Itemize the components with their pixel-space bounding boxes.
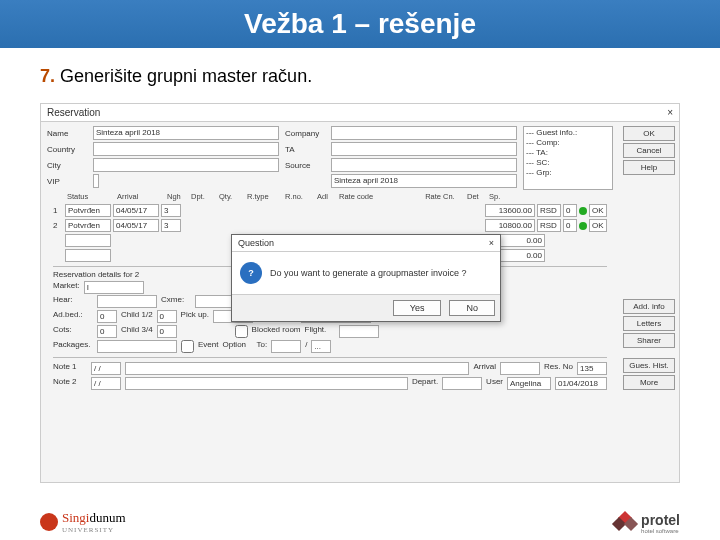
- label-source: Source: [285, 161, 327, 170]
- ok-button[interactable]: OK: [623, 126, 675, 141]
- window-title: Reservation: [47, 107, 100, 118]
- source2-field[interactable]: Sinteza april 2018: [331, 174, 517, 188]
- country-field[interactable]: [93, 142, 279, 156]
- table-row[interactable]: 2 Potvrđen 04/05/17 3 10800.00 RSD 0 OK: [47, 218, 613, 233]
- status-dot-icon: [579, 207, 587, 215]
- right-button-panel: OK Cancel Help Add. info Letters Sharer …: [619, 122, 679, 395]
- no-button[interactable]: No: [449, 300, 495, 316]
- dialog-close-icon[interactable]: ×: [489, 238, 494, 248]
- window-titlebar: Reservation ×: [41, 104, 679, 122]
- label-name: Name: [47, 129, 89, 138]
- market-field[interactable]: I: [84, 281, 144, 294]
- sharer-button[interactable]: Sharer: [623, 333, 675, 348]
- guest-info-box: --- Guest info.: --- Comp: --- TA: --- S…: [523, 126, 613, 190]
- blocked-checkbox[interactable]: [235, 325, 248, 338]
- dialog-text: Do you want to generate a groupmaster in…: [270, 268, 467, 278]
- close-icon[interactable]: ×: [667, 107, 673, 118]
- slide-footer: Singidunum UNIVERSITY protel hotel softw…: [40, 510, 680, 534]
- more-button[interactable]: More: [623, 375, 675, 390]
- label-city: City: [47, 161, 89, 170]
- ta-field[interactable]: [331, 142, 517, 156]
- help-button[interactable]: Help: [623, 160, 675, 175]
- event-checkbox[interactable]: [181, 340, 194, 353]
- table-row[interactable]: 1 Potvrđen 04/05/17 3 13600.00 RSD 0 OK: [47, 203, 613, 218]
- dialog-title: Question: [238, 238, 274, 248]
- label-vip: VIP: [47, 177, 89, 186]
- letters-button[interactable]: Letters: [623, 316, 675, 331]
- step-number: 7.: [40, 66, 55, 86]
- addinfo-button[interactable]: Add. info: [623, 299, 675, 314]
- label-country: Country: [47, 145, 89, 154]
- step-text: Generišite grupni master račun.: [60, 66, 312, 86]
- vip-field[interactable]: [93, 174, 99, 188]
- grid-header: Status Arrival Ngh Dpt. Qty. R.type R.no…: [47, 190, 613, 203]
- slide-title: Vežba 1 – rešenje: [0, 0, 720, 48]
- app-screenshot: Reservation × NameSinteza april 2018 Cou…: [40, 103, 680, 483]
- question-dialog: Question × ? Do you want to generate a g…: [231, 234, 501, 322]
- label-company: Company: [285, 129, 327, 138]
- city-field[interactable]: [93, 158, 279, 172]
- cancel-button[interactable]: Cancel: [623, 143, 675, 158]
- hear-field[interactable]: [97, 295, 157, 308]
- protel-icon: [613, 513, 637, 533]
- question-icon: ?: [240, 262, 262, 284]
- singidunum-logo: Singidunum UNIVERSITY: [40, 510, 126, 534]
- singidunum-icon: [40, 513, 58, 531]
- ok-cell[interactable]: OK: [589, 219, 607, 232]
- yes-button[interactable]: Yes: [393, 300, 442, 316]
- source-field[interactable]: [331, 158, 517, 172]
- name-field[interactable]: Sinteza april 2018: [93, 126, 279, 140]
- instruction-line: 7. Generišite grupni master račun.: [0, 48, 720, 95]
- ok-cell[interactable]: OK: [589, 204, 607, 217]
- status-dot-icon: [579, 222, 587, 230]
- label-ta: TA: [285, 145, 327, 154]
- guesthist-button[interactable]: Gues. Hist.: [623, 358, 675, 373]
- protel-logo: protel hotel software: [613, 512, 680, 534]
- company-field[interactable]: [331, 126, 517, 140]
